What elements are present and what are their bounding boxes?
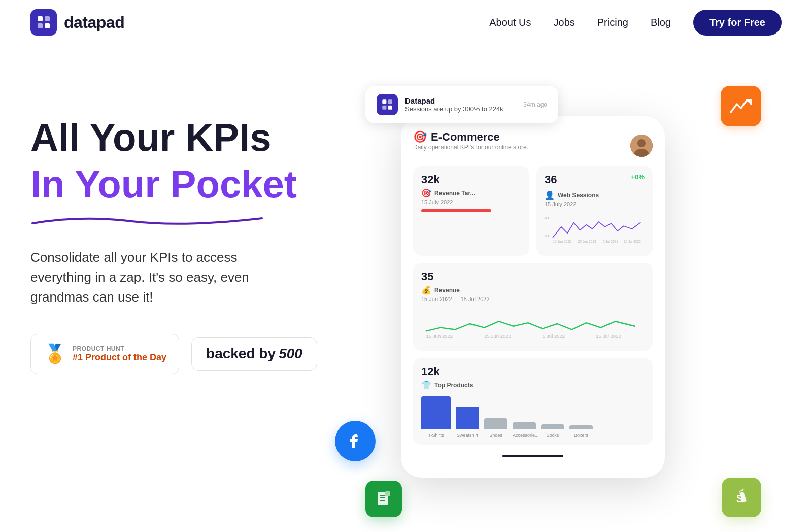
svg-rect-3 (45, 23, 50, 28)
kpi-card-web-sessions: 36 +0% 👤 Web Sessions 15 July 2022 40 20… (536, 166, 653, 256)
orange-chart-card (721, 86, 761, 126)
svg-text:25 Jun 2022: 25 Jun 2022 (578, 240, 596, 243)
svg-text:5 Jul 2022: 5 Jul 2022 (603, 240, 619, 243)
notif-content: Datapad Sessions are up by 300% to 224k. (405, 96, 516, 113)
bar-label-socks: Socks (541, 433, 564, 438)
svg-text:25 Jun 2022: 25 Jun 2022 (484, 333, 511, 339)
dashboard-subtitle: Daily operational KPI's for our online s… (413, 144, 528, 151)
bar-accessories (513, 422, 536, 429)
kpi-label-revenue: Revenue (434, 287, 460, 294)
bar-label-boxers: Boxers (569, 433, 593, 438)
bar-sweatshirt (456, 407, 479, 429)
svg-text:20: 20 (545, 234, 549, 238)
product-hunt-title: #1 Product of the Day (73, 352, 166, 363)
revenue-chart: 15 Jun 2022 25 Jun 2022 5 Jul 2022 15 Ju… (421, 306, 645, 342)
hero-title-line1: All Your KPIs (30, 116, 325, 159)
web-sessions-chart: 40 20 15 Jun 2022 25 Jun 2022 5 Jul 2022… (545, 211, 645, 247)
svg-rect-26 (385, 491, 390, 496)
phone-mockup: 🎯 E-Commerce Daily operational KPI's for… (401, 116, 665, 478)
kpi-progress-bar (421, 209, 491, 212)
top-products-card: 12k 👕 Top Products T-Shirts Sweatshirt (413, 358, 653, 445)
logo-icon (30, 9, 57, 36)
bar-boxers (569, 425, 593, 429)
notif-time: 34m ago (523, 101, 547, 108)
phone-header: 🎯 E-Commerce Daily operational KPI's for… (413, 130, 653, 161)
hero-left: All Your KPIs In Your Pocket Consolidate… (30, 76, 325, 374)
kpi-date-revenue: 15 Jun 2022 — 15 Jul 2022 (421, 296, 645, 302)
svg-text:15 Jun 2022: 15 Jun 2022 (553, 240, 571, 243)
hero-title-line2: In Your Pocket (30, 163, 325, 206)
dashboard-title: 🎯 E-Commerce (413, 130, 528, 144)
bar-label-shoes: Shoes (484, 433, 507, 438)
svg-rect-5 (388, 99, 392, 104)
nav-jobs[interactable]: Jobs (554, 17, 575, 28)
svg-rect-0 (38, 16, 43, 21)
kpi-date-1: 15 July 2022 (421, 199, 521, 205)
bar-label-accessories: Accessorie... (513, 433, 536, 438)
svg-text:5 Jul 2022: 5 Jul 2022 (543, 333, 565, 339)
google-sheets-icon (365, 481, 402, 517)
svg-point-9 (637, 139, 646, 147)
notif-app-icon (377, 94, 398, 115)
bar-tshirts (421, 396, 451, 429)
dashboard-emoji: 🎯 (413, 130, 427, 144)
medal-icon: 🏅 (43, 342, 66, 365)
svg-rect-6 (382, 106, 386, 110)
notif-title: Datapad (405, 96, 516, 105)
svg-rect-2 (38, 23, 43, 28)
facebook-icon (335, 421, 376, 461)
kpi-label-revenue-target: Revenue Tar... (434, 190, 475, 197)
hero-section: All Your KPIs In Your Pocket Consolidate… (0, 45, 812, 532)
svg-rect-4 (382, 99, 386, 104)
nav-pricing[interactable]: Pricing (597, 17, 628, 28)
kpi-label-top-products: Top Products (434, 382, 473, 389)
kpi-value-12k: 12k (421, 365, 645, 378)
bar-label-sweatshirt: Sweatshirt (456, 433, 479, 438)
product-hunt-label: PRODUCT HUNT (73, 345, 166, 352)
kpi-value-36: 36 (545, 173, 557, 186)
bar-labels: T-Shirts Sweatshirt Shoes Accessorie... … (421, 433, 645, 438)
backed-by-badge: backed by 500 (191, 337, 317, 371)
phone-home-indicator (502, 455, 563, 457)
hero-underline-decoration (30, 213, 325, 229)
hero-right: Datapad Sessions are up by 300% to 224k.… (325, 76, 782, 532)
hero-description: Consolidate all your KPIs to access ever… (30, 248, 274, 307)
nav-about-us[interactable]: About Us (489, 17, 531, 28)
hero-badges: 🏅 PRODUCT HUNT #1 Product of the Day bac… (30, 334, 325, 374)
product-hunt-badge: 🏅 PRODUCT HUNT #1 Product of the Day (30, 334, 179, 374)
kpi-value-35: 35 (421, 270, 645, 283)
shopify-icon: S (722, 478, 761, 517)
kpi-change-web-sessions: +0% (631, 173, 645, 181)
bar-socks (541, 424, 564, 429)
bar-shoes (484, 418, 507, 429)
notif-desc: Sessions are up by 300% to 224k. (405, 105, 516, 113)
svg-text:15 Jun 2022: 15 Jun 2022 (426, 333, 453, 339)
kpi-card-revenue-target: 32k 🎯 Revenue Tar... 15 July 2022 (413, 166, 529, 256)
svg-rect-7 (388, 106, 392, 110)
kpi-label-web-sessions: Web Sessions (558, 192, 599, 199)
revenue-card: 35 💰 Revenue 15 Jun 2022 — 15 Jul 2022 1… (413, 263, 653, 351)
user-avatar (630, 135, 653, 157)
kpi-row: 32k 🎯 Revenue Tar... 15 July 2022 36 +0%… (413, 166, 653, 256)
backed-by-number: 500 (279, 346, 302, 361)
svg-rect-1 (45, 16, 50, 21)
kpi-value-32k: 32k (421, 173, 521, 186)
navbar: datapad About Us Jobs Pricing Blog Try f… (0, 0, 812, 45)
backed-by-text: backed by (206, 346, 276, 361)
bar-label-tshirts: T-Shirts (421, 433, 451, 438)
svg-text:15 Jul 2022: 15 Jul 2022 (624, 240, 641, 243)
nav-links: About Us Jobs Pricing Blog Try for Free (489, 10, 782, 36)
nav-blog[interactable]: Blog (651, 17, 671, 28)
svg-text:15 Jul 2022: 15 Jul 2022 (596, 333, 621, 339)
logo-area[interactable]: datapad (30, 9, 124, 36)
dashboard-title-text: E-Commerce (431, 130, 500, 144)
notification-card: Datapad Sessions are up by 300% to 224k.… (365, 86, 558, 123)
kpi-date-2: 15 July 2022 (545, 201, 645, 207)
svg-text:40: 40 (545, 216, 549, 220)
try-for-free-button[interactable]: Try for Free (693, 10, 782, 36)
logo-text: datapad (64, 13, 124, 32)
bar-chart (421, 394, 645, 429)
svg-text:S: S (736, 493, 743, 504)
